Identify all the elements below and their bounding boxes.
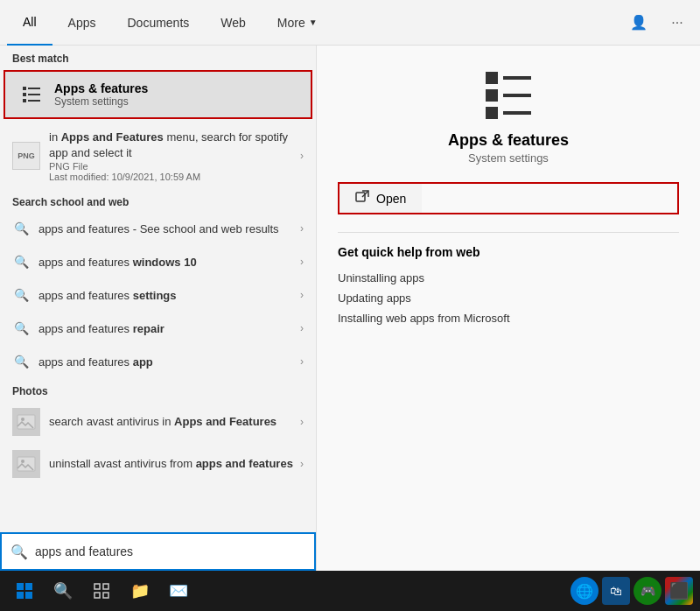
more-arrow-icon: ▼ — [309, 18, 318, 27]
photo-text-2: uninstall avast antivirus from apps and … — [49, 456, 300, 472]
photo-thumb-1 — [12, 408, 40, 436]
tab-all[interactable]: All — [7, 0, 52, 46]
search-bar: 🔍 — [0, 532, 316, 571]
tab-more-label: More — [277, 16, 305, 30]
tab-documents-label: Documents — [127, 16, 189, 30]
search-result-4[interactable]: 🔍 apps and features repair › — [0, 312, 316, 345]
right-header: Apps & features System settings — [338, 63, 679, 165]
quick-help-title: Get quick help from web — [338, 245, 679, 259]
more-options-btn[interactable]: ··· — [662, 7, 693, 39]
best-match-label: Best match — [0, 46, 316, 68]
right-subtitle: System settings — [468, 151, 549, 165]
search-input[interactable] — [35, 544, 305, 558]
search-result-1-icon: 🔍 — [12, 220, 30, 237]
main-content: Best match Apps & features System settin… — [0, 46, 700, 571]
file-title: in Apps and Features menu, search for sp… — [49, 130, 300, 161]
svg-rect-14 — [503, 94, 531, 97]
search-result-3-text: apps and features settings — [38, 289, 300, 302]
search-result-2[interactable]: 🔍 apps and features windows 10 › — [0, 245, 316, 278]
svg-rect-15 — [503, 111, 531, 115]
quick-help-link-1[interactable]: Uninstalling apps — [338, 268, 679, 288]
photo-text-1: search avast antivirus in Apps and Featu… — [49, 414, 300, 430]
search-result-3-icon: 🔍 — [12, 286, 30, 304]
open-btn-wrapper: Open — [338, 182, 679, 214]
search-result-2-icon: 🔍 — [12, 253, 30, 270]
svg-rect-18 — [25, 583, 32, 590]
top-nav: All Apps Documents Web More ▼ 👤 ··· — [0, 0, 700, 46]
search-school-label: Search school and web — [0, 189, 316, 212]
taskbar-store-icon[interactable]: 🛍 — [602, 577, 630, 605]
tab-more[interactable]: More ▼ — [262, 0, 333, 46]
tab-web[interactable]: Web — [205, 0, 262, 46]
file-result[interactable]: PNG in Apps and Features menu, search fo… — [0, 123, 316, 189]
svg-rect-23 — [94, 593, 100, 598]
start-button[interactable] — [7, 573, 42, 608]
svg-rect-16 — [356, 193, 365, 201]
taskbar-xbox-icon[interactable]: 🎮 — [634, 577, 662, 605]
open-btn-icon — [355, 190, 369, 207]
nav-right: 👤 ··· — [623, 7, 693, 39]
open-button[interactable]: Open — [340, 184, 422, 213]
search-result-5-text: apps and features app — [38, 355, 300, 369]
taskbar-task-view-btn[interactable] — [84, 573, 119, 608]
search-result-3[interactable]: 🔍 apps and features settings › — [0, 278, 316, 312]
right-apps-icon — [480, 63, 536, 123]
search-result-3-chevron: › — [300, 289, 304, 301]
search-result-1-text: apps and features - See school and web r… — [38, 222, 300, 235]
search-result-1[interactable]: 🔍 apps and features - See school and web… — [0, 212, 316, 245]
search-result-2-text: apps and features windows 10 — [38, 256, 300, 269]
search-result-4-icon: 🔍 — [12, 320, 30, 337]
tab-apps-label: Apps — [68, 16, 96, 30]
apps-features-icon — [18, 81, 46, 109]
tab-all-label: All — [23, 15, 37, 29]
best-match-item[interactable]: Apps & features System settings — [4, 70, 312, 119]
search-bar-icon: 🔍 — [10, 544, 28, 560]
svg-rect-12 — [486, 107, 498, 119]
png-file-icon: PNG — [12, 142, 40, 170]
taskbar-edge-icon[interactable]: 🌐 — [570, 577, 598, 605]
svg-rect-11 — [486, 89, 498, 102]
tab-documents[interactable]: Documents — [111, 0, 205, 46]
taskbar-right: 🌐 🛍 🎮 ⬛ — [570, 577, 693, 605]
file-modified: Last modified: 10/9/2021, 10:59 AM — [49, 172, 300, 182]
svg-point-9 — [21, 460, 24, 463]
taskbar-search-btn[interactable]: 🔍 — [46, 573, 80, 608]
svg-rect-17 — [17, 583, 24, 590]
svg-rect-21 — [94, 584, 100, 589]
quick-help-link-2[interactable]: Updating apps — [338, 288, 679, 308]
svg-rect-20 — [25, 592, 32, 599]
search-result-4-chevron: › — [300, 322, 304, 334]
person-icon-btn[interactable]: 👤 — [623, 7, 654, 39]
taskbar-file-explorer-btn[interactable]: 📁 — [122, 573, 158, 608]
file-type: PNG File — [49, 161, 300, 172]
svg-point-7 — [21, 418, 24, 421]
left-panel: Best match Apps & features System settin… — [0, 46, 317, 571]
search-result-1-chevron: › — [300, 222, 304, 235]
file-result-chevron: › — [300, 150, 304, 162]
svg-rect-10 — [486, 72, 498, 84]
best-match-text: Apps & features System settings — [54, 81, 148, 108]
photo-thumb-2 — [12, 450, 40, 478]
search-result-4-text: apps and features repair — [38, 322, 300, 335]
photo-result-2[interactable]: uninstall avast antivirus from apps and … — [0, 443, 316, 485]
svg-rect-0 — [23, 87, 26, 90]
svg-rect-22 — [103, 584, 108, 589]
search-result-5-icon: 🔍 — [12, 353, 30, 370]
right-title: Apps & features — [448, 131, 569, 150]
best-match-title: Apps & features — [54, 81, 148, 95]
svg-rect-13 — [503, 76, 531, 80]
svg-rect-24 — [103, 593, 108, 598]
taskbar-mail-btn[interactable]: ✉️ — [161, 573, 196, 608]
taskbar-mixed-icon[interactable]: ⬛ — [665, 577, 693, 605]
photo-result-2-chevron: › — [300, 458, 304, 470]
photos-label: Photos — [0, 378, 316, 401]
file-text: in Apps and Features menu, search for sp… — [49, 130, 300, 182]
photo-result-1[interactable]: search avast antivirus in Apps and Featu… — [0, 401, 316, 443]
right-panel: Apps & features System settings Open Get… — [317, 46, 700, 571]
search-result-5[interactable]: 🔍 apps and features app › — [0, 345, 316, 378]
tab-web-label: Web — [220, 16, 246, 30]
quick-help-link-3[interactable]: Installing web apps from Microsoft — [338, 308, 679, 328]
tab-apps[interactable]: Apps — [52, 0, 112, 46]
search-result-2-chevron: › — [300, 256, 304, 268]
photo-result-1-chevron: › — [300, 416, 304, 428]
